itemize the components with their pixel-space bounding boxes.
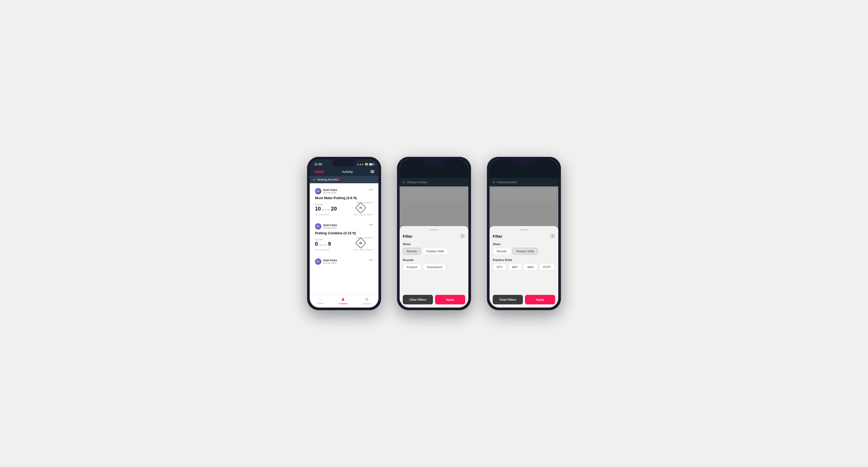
show-label-3: Show bbox=[493, 243, 555, 246]
user-info-2: JC Josh Coles 28 Feb 2023 bbox=[315, 223, 337, 229]
out-of-2: OUT OF bbox=[319, 244, 327, 246]
activity-card-3[interactable]: JC Josh Coles 28 Feb 2023 ••• bbox=[312, 256, 376, 269]
signal-icon-1: ▲▲▲ bbox=[357, 163, 364, 165]
viewing-text-1: Viewing Activities bbox=[317, 178, 339, 181]
modal-footer-3: Clear Filters Apply bbox=[493, 292, 555, 304]
apply-btn-2[interactable]: Apply bbox=[435, 295, 465, 304]
menu-button-1[interactable] bbox=[371, 170, 374, 173]
viewing-bar-inner-1: ⚙ Viewing Activities bbox=[313, 178, 339, 181]
modal-close-2[interactable]: ✕ bbox=[460, 234, 465, 239]
modal-title-3: Filter bbox=[493, 234, 502, 239]
user-details-2: Josh Coles 28 Feb 2023 bbox=[323, 224, 337, 229]
more-icon-2[interactable]: ••• bbox=[369, 223, 373, 227]
info-text-1: Test Information bbox=[315, 213, 330, 216]
shot-quality-group-1: Shot Quality 75 bbox=[357, 201, 373, 212]
user-info-3: JC Josh Coles 28 Feb 2023 bbox=[315, 258, 337, 265]
score-label-1: Score bbox=[315, 204, 337, 206]
phone-1: 11:33 ▲▲▲ 📶 clippd Activity bbox=[307, 157, 381, 310]
shot-quality-badge-2: 45 bbox=[355, 238, 366, 249]
bottom-nav-1: ⌂ Home ♟ Activities ⊕ Capture bbox=[310, 294, 378, 308]
card-footer-1: Test Information Data: Clippd Capture bbox=[315, 213, 373, 216]
modal-handle-2 bbox=[429, 229, 439, 230]
filter-modal-2: Filter ✕ Show Rounds Practice Drills Rou… bbox=[400, 226, 468, 308]
user-details-3: Josh Coles 28 Feb 2023 bbox=[323, 259, 337, 264]
score-group-2: Score 0 OUT OF 9 bbox=[315, 239, 331, 247]
phone-2-screen: ⚙ Viewing Activities Filter ✕ Show bbox=[400, 159, 468, 308]
nav-activities-1[interactable]: ♟ Activities bbox=[338, 297, 348, 305]
shot-quality-value-1: 75 bbox=[359, 207, 362, 210]
activities-icon-1: ♟ bbox=[341, 297, 345, 302]
shot-quality-value-2: 45 bbox=[359, 242, 362, 245]
avatar-img-3: JC bbox=[315, 258, 321, 265]
phone-1-notch bbox=[332, 159, 356, 166]
user-date-1: 28 Feb 2023 bbox=[323, 191, 337, 194]
practice-drills-show-btn-2[interactable]: Practice Drills bbox=[422, 248, 448, 255]
activity-title-2: Putting Combine (3-15 ft) bbox=[315, 231, 373, 235]
arg-btn-3[interactable]: ARG bbox=[523, 263, 538, 271]
activities-list-1: JC Josh Coles 28 Feb 2023 ••• Must Make … bbox=[310, 183, 378, 294]
filter-overlay-3: Filter ✕ Show Rounds Practice Drills Pra… bbox=[490, 159, 558, 308]
wifi-icon-1: 📶 bbox=[365, 163, 368, 165]
shots-value-1: 20 bbox=[331, 206, 337, 212]
modal-handle-3 bbox=[519, 229, 529, 230]
show-section-3: Show Rounds Practice Drills bbox=[493, 243, 555, 255]
activity-card-1[interactable]: JC Josh Coles 28 Feb 2023 ••• Must Make … bbox=[312, 185, 376, 218]
score-label-2: Score bbox=[315, 239, 331, 241]
apply-btn-3[interactable]: Apply bbox=[525, 295, 555, 304]
show-buttons-3: Rounds Practice Drills bbox=[493, 248, 555, 255]
avatar-2: JC bbox=[315, 223, 321, 229]
stats-left-2: Score 0 OUT OF 9 bbox=[315, 239, 331, 247]
activities-label-1: Activities bbox=[338, 302, 348, 305]
rounds-show-btn-2[interactable]: Rounds bbox=[403, 248, 421, 255]
nav-capture-1[interactable]: ⊕ Capture bbox=[363, 297, 371, 305]
user-details-1: Josh Coles 28 Feb 2023 bbox=[323, 189, 337, 194]
score-group-1: Score 10 OUT OF 20 bbox=[315, 204, 337, 212]
user-date-3: 28 Feb 2023 bbox=[323, 262, 337, 264]
user-info-1: JC Josh Coles 28 Feb 2023 bbox=[315, 188, 337, 194]
tournament-btn-2[interactable]: Tournament bbox=[423, 263, 446, 271]
modal-footer-2: Clear Filters Apply bbox=[403, 292, 465, 304]
drills-section-3: Practice Drills OTT APP ARG PUTT bbox=[493, 258, 555, 271]
clear-filters-btn-2[interactable]: Clear Filters bbox=[403, 295, 433, 304]
rounds-show-btn-3[interactable]: Rounds bbox=[493, 248, 511, 255]
viewing-bar-1[interactable]: ⚙ Viewing Activities bbox=[310, 176, 378, 183]
activity-title-1: Must Make Putting (3-6 ft) bbox=[315, 196, 373, 200]
activity-card-2[interactable]: JC Josh Coles 28 Feb 2023 ••• Putting Co… bbox=[312, 221, 376, 254]
phone-1-screen: 11:33 ▲▲▲ 📶 clippd Activity bbox=[310, 159, 378, 308]
battery-icon-1 bbox=[369, 163, 374, 165]
putt-btn-3[interactable]: PUTT bbox=[539, 263, 555, 271]
shot-quality-badge-1: 75 bbox=[355, 202, 366, 213]
rounds-buttons-2: Practice Tournament bbox=[403, 263, 465, 271]
shot-quality-group-2: Shot Quality 45 bbox=[357, 237, 373, 247]
user-name-2: Josh Coles bbox=[323, 224, 337, 227]
score-value-2: 0 bbox=[315, 241, 318, 247]
user-date-2: 28 Feb 2023 bbox=[323, 227, 337, 229]
more-icon-1[interactable]: ••• bbox=[369, 188, 373, 192]
filter-overlay-2: Filter ✕ Show Rounds Practice Drills Rou… bbox=[400, 159, 468, 308]
phone-2: ⚙ Viewing Activities Filter ✕ Show bbox=[397, 157, 471, 310]
data-source-2: Data: Clippd Capture bbox=[353, 249, 373, 251]
rounds-label-2: Rounds bbox=[403, 258, 465, 261]
status-icons-1: ▲▲▲ 📶 bbox=[357, 163, 374, 165]
avatar-img-1: JC bbox=[315, 188, 321, 194]
shots-value-2: 9 bbox=[328, 241, 331, 247]
ott-btn-3[interactable]: OTT bbox=[493, 263, 506, 271]
app-btn-3[interactable]: APP bbox=[508, 263, 522, 271]
show-section-2: Show Rounds Practice Drills bbox=[403, 243, 465, 255]
info-text-2: Test Information bbox=[315, 249, 330, 251]
nav-home-1[interactable]: ⌂ Home bbox=[317, 297, 323, 305]
more-icon-3[interactable]: ••• bbox=[369, 258, 373, 262]
modal-close-3[interactable]: ✕ bbox=[550, 234, 555, 239]
drills-buttons-3: OTT APP ARG PUTT bbox=[493, 263, 555, 271]
avatar-3: JC bbox=[315, 258, 321, 265]
card-header-2: JC Josh Coles 28 Feb 2023 ••• bbox=[315, 223, 373, 229]
user-name-3: Josh Coles bbox=[323, 259, 337, 262]
card-header-1: JC Josh Coles 28 Feb 2023 ••• bbox=[315, 188, 373, 194]
practice-round-btn-2[interactable]: Practice bbox=[403, 263, 421, 271]
practice-drills-show-btn-3[interactable]: Practice Drills bbox=[512, 248, 538, 255]
card-header-3: JC Josh Coles 28 Feb 2023 ••• bbox=[315, 258, 373, 265]
capture-label-1: Capture bbox=[363, 302, 371, 305]
drills-label-3: Practice Drills bbox=[493, 258, 555, 261]
modal-header-3: Filter ✕ bbox=[493, 234, 555, 239]
clear-filters-btn-3[interactable]: Clear Filters bbox=[493, 295, 523, 304]
